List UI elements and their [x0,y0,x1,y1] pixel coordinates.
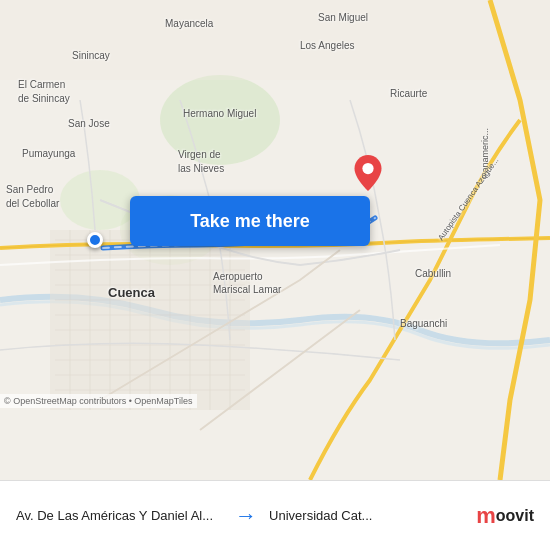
destination-marker [354,155,382,195]
bottom-bar: Av. De Las Américas Y Daniel Al... → Uni… [0,480,550,550]
app: Mayancela San Miguel Los Angeles Sininca… [0,0,550,550]
origin-marker [87,232,103,248]
from-value: Av. De Las Américas Y Daniel Al... [16,508,223,523]
map-container: Mayancela San Miguel Los Angeles Sininca… [0,0,550,480]
from-section: Av. De Las Américas Y Daniel Al... [16,508,223,523]
logo-m: m [476,503,496,529]
to-value: Universidad Cat... [269,508,476,523]
take-me-there-button[interactable]: Take me there [130,196,370,246]
svg-point-1 [160,75,280,165]
arrow-icon: → [223,503,269,529]
logo-text: oovit [496,507,534,525]
to-section: Universidad Cat... [269,508,476,523]
map-attribution: © OpenStreetMap contributors • OpenMapTi… [0,394,197,408]
svg-point-26 [362,163,373,174]
svg-rect-4 [0,0,550,80]
moovit-logo: m oovit [476,503,534,529]
button-label: Take me there [190,211,310,232]
